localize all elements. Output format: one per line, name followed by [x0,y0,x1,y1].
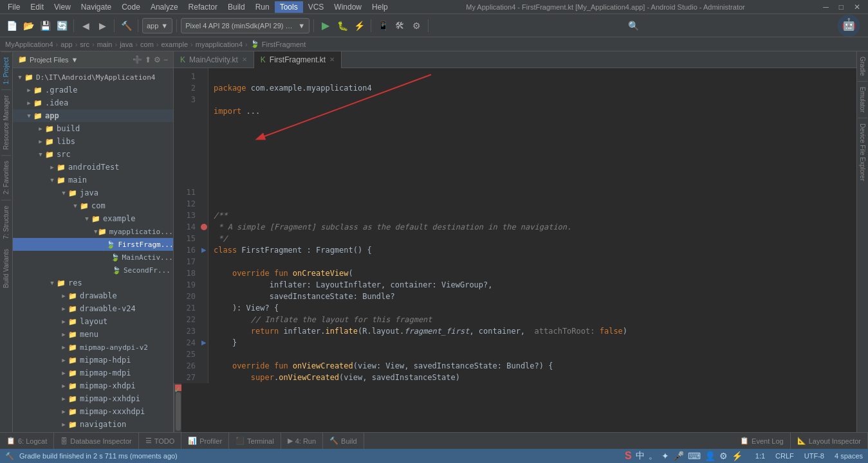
project-panel-toggle[interactable]: 1: Project [1,51,11,89]
minimize-button[interactable]: ─ [818,3,834,12]
tree-mipmap-xhdpi[interactable]: ▶ 📁 mipmap-xhdpi [13,379,173,392]
tab-database-inspector[interactable]: 🗄 Database Inspector [54,433,138,449]
tree-navigation[interactable]: ▶ 📁 navigation [13,418,173,431]
search-everywhere-button[interactable]: 🔍 [626,18,642,33]
tree-mipmap-hdpi[interactable]: ▶ 📁 mipmap-hdpi [13,354,173,367]
device-file-explorer-toggle[interactable]: Device File Explorer [858,118,867,186]
forward-button[interactable]: ▶ [95,18,110,33]
panel-collapse-icon[interactable]: − [163,55,168,64]
avd-button[interactable]: 📱 [375,18,391,33]
sync-button[interactable]: 🔄 [54,18,69,33]
tab-firstfragment[interactable]: K FirstFragment.kt ✕ [254,51,342,68]
app-dropdown[interactable]: app ▼ [142,18,172,33]
tab-layout-inspector[interactable]: 📐 Layout Inspector [791,433,868,449]
structure-toggle[interactable]: 7: Structure [1,200,11,244]
menu-file[interactable]: File [3,1,25,13]
folder-icon-libs: 📁 [45,138,54,146]
back-button[interactable]: ◀ [78,18,93,33]
tab-profiler[interactable]: 📊 Profiler [181,433,229,449]
scroll-thumb[interactable] [176,392,181,431]
favorites-toggle[interactable]: 2: Favorites [1,155,11,199]
menu-vcs[interactable]: VCS [303,1,329,13]
tab-todo[interactable]: ☰ TODO [139,433,182,449]
menu-window[interactable]: Window [329,1,367,13]
profile-button[interactable]: ⚡ [351,18,367,33]
tab-terminal[interactable]: ⬛ Terminal [229,433,281,449]
save-button[interactable]: 💾 [37,18,53,33]
menu-run[interactable]: Run [250,1,275,13]
tree-drawable-v24[interactable]: ▶ 📁 drawable-v24 [13,302,173,315]
sdk-button[interactable]: 🛠 [392,18,407,33]
tree-example[interactable]: ▼ 📁 example [13,212,173,225]
breadcrumb-example[interactable]: example [161,41,188,48]
tree-main[interactable]: ▼ 📁 main [13,174,173,186]
breadcrumb-java[interactable]: java [120,41,133,48]
tab-mainactivity-close[interactable]: ✕ [242,56,247,63]
tab-logcat[interactable]: 📋 6: Logcat [0,433,54,449]
tab-event-log[interactable]: 📋 Event Log [734,433,791,449]
breadcrumb-app[interactable]: app [60,41,72,48]
tree-mainactivity[interactable]: ▶ 🍃 MainActiv... [13,251,173,264]
menu-edit[interactable]: Edit [25,1,49,13]
tree-firstfragment[interactable]: ▶ 🍃 FirstFragm... [13,238,173,251]
panel-settings-icon[interactable]: ⚙ [154,55,161,64]
tree-java[interactable]: ▼ 📁 java [13,186,173,199]
build-button[interactable]: 🔨 [118,18,134,33]
tree-app[interactable]: ▼ 📁 app [13,109,173,122]
close-button[interactable]: ✕ [849,3,865,12]
tree-com[interactable]: ▼ 📁 com [13,199,173,212]
tree-mipmap-xxhdpi[interactable]: ▶ 📁 mipmap-xxhdpi [13,392,173,405]
open-button[interactable]: 📂 [21,18,36,33]
menu-view[interactable]: View [49,1,76,13]
gradle-panel-toggle[interactable]: Gradle [858,51,867,82]
new-file-button[interactable]: 📄 [4,18,19,33]
menu-build[interactable]: Build [223,1,250,13]
menu-navigate[interactable]: Navigate [76,1,116,13]
tree-gradle[interactable]: ▶ 📁 .gradle [13,84,173,96]
emulator-panel-toggle[interactable]: Emulator [858,82,867,118]
breadcrumb-src[interactable]: src [80,41,89,48]
tree-layout[interactable]: ▶ 📁 layout [13,315,173,328]
maximize-button[interactable]: □ [834,3,849,12]
toolbar-sep-5 [313,19,314,32]
tab-mainactivity[interactable]: K MainActivity.kt ✕ [174,51,254,68]
breadcrumb-myapp[interactable]: MyApplication4 [5,41,53,48]
device-dropdown[interactable]: Pixel 4 API 28 (minSdk(API 29) > dev... … [181,18,309,33]
resource-manager-toggle[interactable]: Resource Manager [1,89,11,155]
tree-secondfragment[interactable]: ▶ 🍃 SecondFr... [13,264,173,277]
panel-add-icon[interactable]: ➕ [133,55,142,64]
tree-drawable[interactable]: ▶ 📁 drawable [13,289,173,302]
breadcrumb-myapplication4[interactable]: myapplication4 [196,41,243,48]
project-dropdown[interactable]: 📁 Project Files ▼ [18,55,78,64]
menu-help[interactable]: Help [367,1,393,13]
tab-run[interactable]: ▶ 4: Run [281,433,323,449]
tree-myapplication[interactable]: ▼ 📁 myapplicatio... [13,225,173,238]
tree-root[interactable]: ▼ 📁 D:\IT\Android\MyApplication4 [13,71,173,84]
breadcrumb-main[interactable]: main [97,41,113,48]
tree-idea[interactable]: ▶ 📁 .idea [13,96,173,109]
build-variants-toggle[interactable]: Build Variants [1,244,11,293]
tree-mipmap-xxxhdpi[interactable]: ▶ 📁 mipmap-xxxhdpi [13,405,173,418]
panel-scroll-icon[interactable]: ⬆ [145,55,151,64]
menu-refactor[interactable]: Refactor [183,1,223,13]
tree-libs[interactable]: ▶ 📁 libs [13,135,173,148]
tree-mipmap-mdpi[interactable]: ▶ 📁 mipmap-mdpi [13,367,173,379]
menu-tools[interactable]: Tools [275,1,303,13]
menu-code[interactable]: Code [116,1,145,13]
tree-mipmap-anydpi[interactable]: ▶ 📁 mipmap-anydpi-v2 [13,341,173,354]
breakpoint-marker[interactable] [201,224,207,230]
breadcrumb-com[interactable]: com [140,41,154,48]
tree-menu[interactable]: ▶ 📁 menu [13,328,173,341]
tab-firstfragment-close[interactable]: ✕ [329,56,335,63]
breadcrumb-firstfragment[interactable]: FirstFragment [262,41,306,48]
tree-res[interactable]: ▼ 📁 res [13,277,173,289]
menu-analyze[interactable]: Analyze [145,1,183,13]
code-content[interactable]: package com.example.myapplication4 impor… [208,68,856,383]
run-button[interactable]: ▶ [318,18,333,33]
tree-build[interactable]: ▶ 📁 build [13,122,173,135]
tree-src[interactable]: ▼ 📁 src [13,148,173,161]
tree-androidtest[interactable]: ▶ 📁 androidTest [13,161,173,174]
tab-build[interactable]: 🔨 Build [323,433,364,449]
debug-button[interactable]: 🐛 [335,18,350,33]
settings-button[interactable]: ⚙ [409,18,424,33]
